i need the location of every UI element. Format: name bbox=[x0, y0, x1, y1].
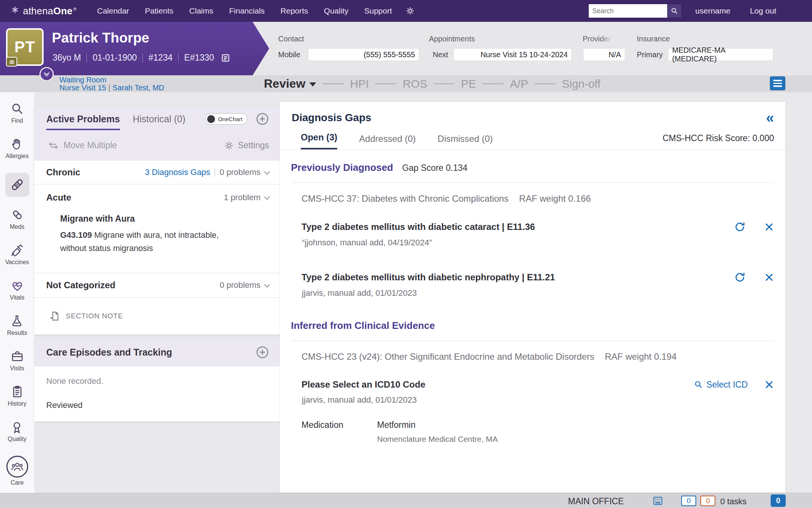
chevron-down-icon[interactable] bbox=[264, 169, 270, 175]
menu-claims[interactable]: Claims bbox=[181, 0, 221, 22]
inbox-count-badge[interactable]: 0 bbox=[681, 496, 696, 506]
insurance-value[interactable]: MEDICARE-MA (MEDICARE) bbox=[668, 48, 773, 61]
banner-expand-button[interactable] bbox=[39, 67, 54, 81]
select-icd-button[interactable]: Select ICD bbox=[694, 380, 748, 390]
menu-reports[interactable]: Reports bbox=[273, 0, 316, 22]
sidebar-item-vitals[interactable]: Vitals bbox=[10, 279, 24, 314]
close-icon bbox=[764, 380, 774, 389]
reviewed-text[interactable]: Reviewed bbox=[46, 400, 269, 410]
waiting-room-link[interactable]: Waiting Room bbox=[59, 76, 106, 84]
sidebar-item-allergies[interactable]: Allergies bbox=[6, 137, 29, 173]
add-problem-button[interactable] bbox=[256, 112, 269, 126]
menu-calendar[interactable]: Calendar bbox=[89, 0, 137, 22]
menu-support[interactable]: Support bbox=[356, 0, 400, 22]
urgent-count-badge[interactable]: 0 bbox=[700, 496, 715, 506]
bandage-icon bbox=[10, 177, 25, 192]
add-care-episode-button[interactable] bbox=[256, 345, 269, 359]
sidebar-item-results[interactable]: Results bbox=[7, 314, 27, 350]
sidebar-item-find[interactable]: Find bbox=[11, 102, 24, 137]
mobile-label: Mobile bbox=[278, 50, 300, 59]
acute-count[interactable]: 1 problem bbox=[224, 193, 261, 202]
sidebar-item-care[interactable]: Care bbox=[6, 456, 28, 491]
move-multiple-button[interactable]: Move Multiple bbox=[48, 140, 117, 151]
chronic-count[interactable]: 0 problems bbox=[220, 167, 261, 177]
hand-icon bbox=[10, 137, 24, 151]
search-input[interactable] bbox=[588, 4, 668, 18]
main-menu: Calendar Patients Claims Financials Repo… bbox=[89, 0, 400, 22]
menu-quality[interactable]: Quality bbox=[316, 0, 356, 22]
readdress-icon[interactable] bbox=[734, 221, 745, 233]
not-categorized-count[interactable]: 0 problems bbox=[220, 280, 261, 290]
tasks-count[interactable]: 0 tasks bbox=[720, 497, 747, 506]
active-problems-card: Active Problems Historical (0) OneChart bbox=[34, 106, 280, 335]
menu-financials[interactable]: Financials bbox=[221, 0, 273, 22]
search-button[interactable] bbox=[668, 4, 682, 18]
chevron-down-icon bbox=[309, 82, 316, 87]
mobile-value[interactable]: (555) 555-5555 bbox=[308, 48, 419, 61]
athena-logo[interactable]: athenaOne® bbox=[11, 5, 76, 17]
insurance-label: Insurance bbox=[637, 35, 670, 43]
provider-value[interactable]: N/A bbox=[583, 48, 625, 61]
avatar-initials: PT bbox=[14, 38, 35, 56]
stage-review[interactable]: Review bbox=[264, 77, 316, 91]
diagnosis-gaps-link[interactable]: 3 Diagnosis Gaps bbox=[145, 167, 211, 177]
keypad-icon[interactable] bbox=[653, 496, 663, 505]
encounter-provider-link[interactable]: Sarah Test, MD bbox=[112, 84, 164, 92]
workflow-stages: Review HPI ROS PE A/P Sign-off bbox=[264, 75, 601, 92]
menu-patients[interactable]: Patients bbox=[137, 0, 181, 22]
sidebar-item-quality[interactable]: Quality bbox=[8, 420, 27, 456]
chevron-down-icon[interactable] bbox=[264, 281, 270, 287]
section-note-button[interactable]: SECTION NOTE bbox=[34, 298, 280, 335]
nurse-visit-link[interactable]: Nurse Visit 15 bbox=[59, 84, 106, 92]
problems-settings-button[interactable]: Settings bbox=[224, 140, 269, 151]
dismiss-gap-icon[interactable] bbox=[764, 380, 774, 389]
note-page-icon bbox=[49, 310, 61, 322]
patient-banner: Contact Mobile (555) 555-5555 Appointmen… bbox=[0, 22, 812, 75]
stage-ap[interactable]: A/P bbox=[510, 78, 528, 90]
next-appt-value[interactable]: Nurse Visit 15 10-24-2024 bbox=[453, 48, 572, 61]
patient-avatar[interactable]: PT bbox=[6, 28, 44, 66]
sidebar-item-problems-selected[interactable] bbox=[5, 173, 29, 208]
tab-active-problems[interactable]: Active Problems bbox=[46, 114, 120, 130]
stage-connector bbox=[482, 83, 503, 84]
sidebar-item-history[interactable]: History bbox=[8, 385, 27, 420]
stage-ros[interactable]: ROS bbox=[403, 78, 427, 90]
stage-connector bbox=[433, 83, 454, 84]
gap-score: Gap Score 0.134 bbox=[402, 163, 468, 173]
sidebar-item-meds[interactable]: Meds bbox=[10, 208, 24, 243]
stage-signoff[interactable]: Sign-off bbox=[562, 78, 601, 90]
readdress-icon[interactable] bbox=[734, 272, 745, 283]
stage-hpi[interactable]: HPI bbox=[350, 78, 369, 90]
camera-icon[interactable] bbox=[6, 57, 17, 67]
corner-badge[interactable]: 0 bbox=[771, 494, 786, 507]
encounter-note-icon[interactable] bbox=[220, 53, 231, 63]
care-episodes-card: Care Episodes and Tracking None recorded… bbox=[34, 338, 280, 421]
tab-historical[interactable]: Historical (0) bbox=[133, 114, 185, 130]
dismiss-gap-icon[interactable] bbox=[764, 272, 774, 282]
problem-entry[interactable]: Migrane with Aura G43.109 Migrane with a… bbox=[34, 211, 280, 273]
collapse-panel-icon[interactable]: « bbox=[766, 112, 774, 123]
patient-demographics: 36yo M 01-01-1900 #1234 E#1330 bbox=[53, 53, 231, 63]
heart-pulse-icon bbox=[11, 279, 24, 292]
care-episodes-empty-text: None recorded. bbox=[46, 376, 269, 386]
department-selector[interactable]: MAIN OFFICE bbox=[568, 496, 624, 506]
username-menu[interactable]: username bbox=[695, 6, 730, 15]
stage-pe[interactable]: PE bbox=[461, 78, 476, 90]
diagnosis-gaps-panel: Diagnosis Gaps « Open (3) Addressed (0) … bbox=[280, 102, 785, 493]
tab-addressed[interactable]: Addressed (0) bbox=[359, 134, 416, 149]
logout-link[interactable]: Log out bbox=[750, 6, 776, 15]
chronic-section-row: Chronic 3 Diagnosis Gaps 0 problems bbox=[34, 161, 280, 184]
dismiss-gap-icon[interactable] bbox=[764, 222, 774, 232]
settings-gear-icon[interactable] bbox=[405, 6, 415, 16]
tab-open[interactable]: Open (3) bbox=[301, 132, 337, 149]
cms-hcc-risk-score: CMS-HCC Risk Score: 0.000 bbox=[662, 133, 774, 149]
sidebar-item-visits[interactable]: Visits bbox=[10, 350, 24, 385]
encounter-menu-button[interactable] bbox=[770, 76, 785, 90]
onechart-toggle[interactable]: OneChart bbox=[205, 113, 247, 125]
next-appt-label: Next bbox=[433, 50, 448, 59]
separator bbox=[215, 168, 215, 176]
chevron-down-icon[interactable] bbox=[264, 194, 270, 200]
tab-dismissed[interactable]: Dismissed (0) bbox=[438, 134, 493, 149]
problem-name: Migrane with Aura bbox=[60, 214, 269, 224]
sidebar-item-vaccines[interactable]: Vaccines bbox=[5, 243, 29, 279]
